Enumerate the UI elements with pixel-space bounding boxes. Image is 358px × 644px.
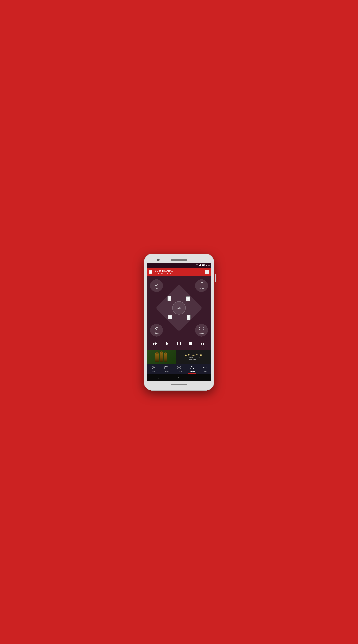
fast-forward-button[interactable] — [200, 341, 207, 347]
exit-icon — [154, 282, 159, 287]
android-home-button[interactable]: ○ — [176, 375, 183, 380]
smart-button[interactable]: Smart — [195, 324, 208, 336]
controls-inactive-icon — [177, 366, 181, 370]
app-subtitle-text: [TV][LG]32LB5700-ZB — [155, 272, 173, 274]
ok-button[interactable]: OK — [172, 301, 186, 314]
svg-point-11 — [200, 284, 200, 284]
dpad-right-button[interactable] — [186, 315, 190, 320]
menu-label: Menu — [199, 287, 204, 289]
svg-marker-28 — [153, 342, 155, 345]
app-bar-left: ☰ LG Wifi remote [TV][LG]32LB5700-ZB — [149, 269, 173, 274]
dpad-left-button[interactable] — [168, 296, 172, 301]
bottom-buttons: Back — [150, 324, 208, 336]
svg-rect-30 — [153, 342, 153, 345]
svg-rect-37 — [205, 342, 205, 345]
wifi-icon — [196, 264, 198, 266]
svg-rect-2 — [200, 266, 200, 266]
back-button[interactable]: Back — [150, 324, 163, 336]
app-bar: ☰ LG Wifi remote [TV][LG]32LB5700-ZB ⋮ — [147, 268, 211, 276]
ad-brand-text: Leffe ROYALE — [185, 354, 202, 356]
android-recent-button[interactable]: □ — [197, 375, 204, 380]
svg-point-22 — [200, 329, 200, 330]
media-controls — [147, 338, 211, 350]
exit-label: Exit — [155, 288, 158, 290]
svg-marker-16 — [168, 316, 171, 318]
controls-active-label: Controls — [189, 371, 195, 372]
menu-icon — [199, 282, 204, 286]
remote-area: Exit Men — [147, 276, 211, 338]
status-time: 7:00 — [206, 264, 210, 266]
phone-screen: 7:00 ☰ LG Wifi remote [TV][LG]32LB5700-Z… — [147, 263, 211, 381]
volume-button[interactable] — [214, 274, 216, 282]
svg-marker-35 — [201, 342, 202, 345]
signal-icon — [199, 264, 201, 266]
android-back-button[interactable]: ◁ — [154, 375, 162, 380]
stop-button[interactable] — [188, 341, 194, 347]
android-system-bar: ◁ ○ □ — [147, 374, 211, 381]
nav-item-apps[interactable]: Apps — [147, 365, 160, 373]
beer-bottle-3 — [164, 353, 167, 362]
controls-active-icon — [190, 366, 194, 370]
nav-item-channels[interactable]: Channels — [160, 366, 173, 373]
dpad-up-button[interactable] — [186, 296, 190, 301]
controls-inactive-label: Controls — [176, 371, 182, 372]
status-icons: 7:00 — [196, 264, 210, 266]
beer-bottle-1 — [155, 353, 158, 362]
back-icon — [154, 326, 159, 332]
ad-banner: Leffe ROYALE DE NOBELSTE HOPTER WERELD — [147, 350, 211, 364]
hamburger-menu-button[interactable]: ☰ — [149, 270, 152, 274]
rewind-button[interactable] — [151, 341, 158, 347]
play-button[interactable] — [164, 341, 170, 348]
status-bar: 7:00 — [147, 263, 211, 268]
apps-icon — [151, 366, 155, 370]
svg-marker-31 — [166, 342, 169, 346]
pause-button[interactable] — [176, 341, 182, 348]
phone-shell: 7:00 ☰ LG Wifi remote [TV][LG]32LB5700-Z… — [144, 254, 214, 390]
svg-point-19 — [201, 328, 202, 329]
svg-rect-41 — [178, 368, 179, 369]
ad-right: Leffe ROYALE DE NOBELSTE HOPTER WERELD — [176, 350, 211, 364]
earpiece-speaker — [170, 259, 188, 261]
nav-item-controls-active[interactable]: Controls — [185, 365, 198, 373]
smart-icon — [199, 326, 204, 332]
svg-point-51 — [206, 367, 206, 368]
nav-active-indicator — [188, 373, 196, 373]
battery-icon — [202, 264, 205, 266]
svg-line-26 — [200, 328, 201, 329]
more-options-button[interactable]: ⋮ — [205, 270, 209, 274]
svg-marker-15 — [187, 297, 190, 299]
smart-label: Smart — [199, 332, 204, 334]
svg-rect-34 — [189, 342, 192, 345]
dpad-container: OK — [150, 289, 208, 327]
nav-item-controls-inactive[interactable]: Controls — [173, 365, 186, 373]
svg-rect-32 — [178, 342, 178, 346]
svg-point-50 — [203, 367, 204, 368]
svg-rect-40 — [179, 366, 180, 368]
beer-bottle-2 — [160, 352, 163, 362]
other-icon — [203, 366, 207, 370]
exit-button[interactable]: Exit — [150, 279, 163, 292]
app-bar-title: LG Wifi remote [TV][LG]32LB5700-ZB — [155, 269, 173, 274]
svg-rect-33 — [180, 342, 180, 346]
outer-wrapper: 7:00 ☰ LG Wifi remote [TV][LG]32LB5700-Z… — [134, 244, 224, 401]
phone-bottom-bar — [147, 381, 211, 388]
apps-label: Apps — [152, 371, 155, 372]
front-camera — [157, 258, 160, 261]
svg-point-23 — [203, 329, 204, 330]
dpad-down-button[interactable] — [168, 314, 172, 320]
svg-line-25 — [202, 328, 203, 328]
svg-rect-1 — [199, 266, 199, 266]
svg-point-9 — [200, 282, 200, 283]
svg-point-13 — [200, 284, 200, 285]
svg-point-49 — [204, 366, 205, 368]
back-label: Back — [154, 332, 158, 334]
nav-item-other[interactable]: Other — [198, 365, 211, 373]
svg-marker-29 — [155, 342, 157, 345]
svg-marker-17 — [168, 296, 170, 299]
svg-rect-38 — [164, 366, 168, 369]
svg-point-20 — [200, 327, 200, 328]
menu-button[interactable]: Menu — [195, 279, 208, 292]
svg-point-21 — [203, 327, 204, 328]
beer-bottles — [155, 352, 168, 362]
ok-label: OK — [177, 306, 181, 310]
